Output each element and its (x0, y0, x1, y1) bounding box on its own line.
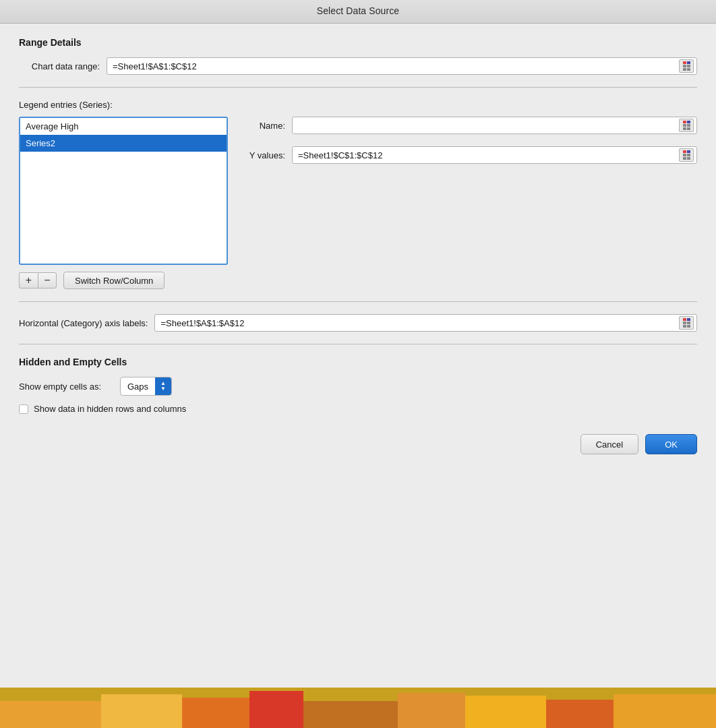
svg-rect-8 (546, 700, 614, 728)
divider-3 (19, 344, 697, 344)
name-row: Name: (248, 117, 697, 134)
cancel-button[interactable]: Cancel (580, 434, 638, 454)
horizontal-axis-row: Horizontal (Category) axis labels: =Shee… (19, 314, 697, 332)
bottom-image-strip (0, 688, 716, 728)
svg-rect-4 (249, 691, 303, 728)
chart-data-range-value: =Sheet1!$A$1:$C$12 (113, 61, 679, 71)
hidden-empty-cells-section: Hidden and Empty Cells Show empty cells … (19, 357, 697, 414)
name-pick-icon[interactable] (679, 119, 694, 132)
legend-entries-label: Legend entries (Series): (19, 100, 697, 110)
title-bar: Select Data Source (0, 0, 716, 24)
svg-rect-5 (303, 701, 398, 728)
series-buttons-row: + − Switch Row/Column (19, 272, 697, 289)
switch-row-column-button[interactable]: Switch Row/Column (63, 272, 165, 289)
series-right-panel: Name: (228, 117, 697, 164)
show-empty-label: Show empty cells as: (19, 382, 120, 392)
horizontal-axis-input[interactable]: =Sheet1!$A$1:$A$12 (154, 314, 697, 332)
range-details-title: Range Details (19, 37, 697, 48)
chart-data-range-row: Chart data range: =Sheet1!$A$1:$C$12 (19, 57, 697, 75)
legend-section: Legend entries (Series): Average High Se… (19, 100, 697, 289)
svg-rect-6 (398, 693, 465, 728)
yvalues-row: Y values: =Sheet1!$C$1:$C$12 (248, 146, 697, 164)
horizontal-axis-section: Horizontal (Category) axis labels: =Shee… (19, 314, 697, 332)
remove-series-button[interactable]: − (38, 272, 57, 289)
horizontal-axis-pick-icon[interactable] (679, 316, 694, 330)
series-item-average-high[interactable]: Average High (20, 118, 227, 135)
svg-rect-9 (614, 694, 716, 728)
horizontal-axis-label: Horizontal (Category) axis labels: (19, 318, 154, 328)
series-list[interactable]: Average High Series2 (19, 117, 228, 265)
svg-rect-1 (0, 701, 101, 728)
legend-body: Average High Series2 Name: (19, 117, 697, 265)
yvalues-label: Y values: (248, 150, 292, 160)
yvalues-input[interactable]: =Sheet1!$C$1:$C$12 (292, 146, 697, 164)
ok-button[interactable]: OK (645, 434, 697, 454)
divider-1 (19, 87, 697, 88)
footer-buttons: Cancel OK (19, 434, 697, 468)
horizontal-axis-value: =Sheet1!$A$1:$A$12 (160, 318, 679, 328)
svg-rect-7 (465, 696, 546, 728)
svg-rect-3 (182, 698, 249, 728)
gaps-select[interactable]: Gaps ▲ ▼ (120, 377, 172, 396)
chart-data-range-input[interactable]: =Sheet1!$A$1:$C$12 (107, 57, 697, 75)
yvalues-value: =Sheet1!$C$1:$C$12 (298, 150, 679, 160)
series-item-series2[interactable]: Series2 (20, 135, 227, 152)
divider-2 (19, 301, 697, 302)
name-input[interactable] (292, 117, 697, 134)
yvalues-pick-icon[interactable] (679, 148, 694, 162)
gaps-spinner[interactable]: ▲ ▼ (155, 377, 171, 396)
spinner-down-arrow: ▼ (160, 386, 166, 392)
dialog-title: Select Data Source (317, 5, 399, 16)
chart-range-pick-icon[interactable] (679, 59, 694, 73)
name-label: Name: (248, 121, 292, 131)
hidden-empty-cells-title: Hidden and Empty Cells (19, 357, 697, 367)
hidden-rows-label: Show data in hidden rows and columns (34, 404, 186, 414)
gaps-value: Gaps (121, 382, 155, 392)
show-empty-row: Show empty cells as: Gaps ▲ ▼ (19, 377, 697, 396)
chart-data-range-label: Chart data range: (19, 61, 107, 71)
hidden-rows-checkbox[interactable] (19, 404, 28, 414)
svg-rect-2 (101, 694, 182, 728)
range-details-section: Range Details Chart data range: =Sheet1!… (19, 37, 697, 75)
hidden-rows-checkbox-row: Show data in hidden rows and columns (19, 404, 697, 414)
add-series-button[interactable]: + (19, 272, 38, 289)
